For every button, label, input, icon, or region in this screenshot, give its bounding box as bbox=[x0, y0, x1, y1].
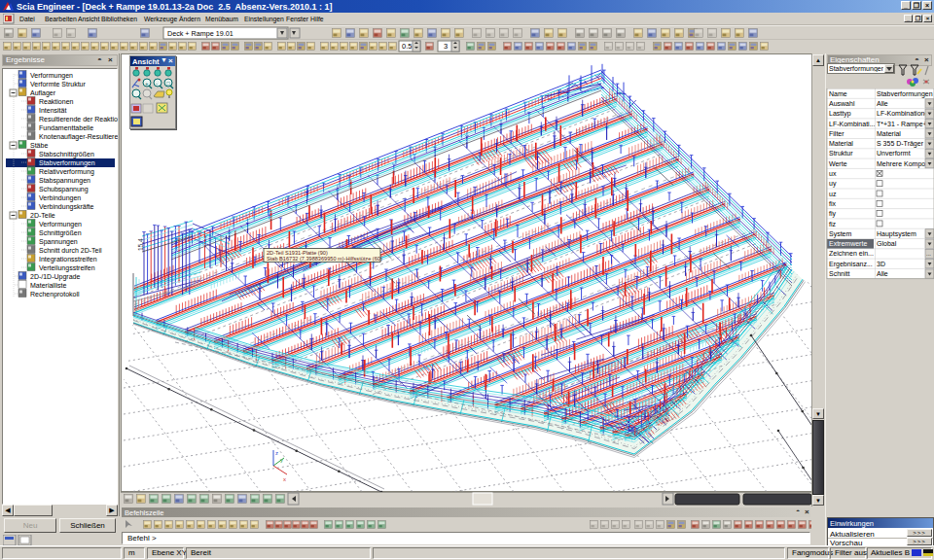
svg-text:x: x bbox=[283, 476, 286, 482]
svg-text:Struktur: Struktur bbox=[829, 150, 853, 157]
svg-text:Mehrere Kompo: Mehrere Kompo bbox=[877, 160, 925, 168]
svg-text:T*+31 - Rampe+.: T*+31 - Rampe+. bbox=[877, 121, 929, 128]
svg-text:Verbindungen: Verbindungen bbox=[39, 194, 81, 202]
svg-text:Filter: Filter bbox=[829, 130, 844, 137]
svg-text:Zeichnen ein...: Zeichnen ein... bbox=[829, 250, 874, 257]
svg-text:Verteilungsstreifen: Verteilungsstreifen bbox=[39, 264, 95, 272]
svg-text:Integrationsstreifen: Integrationsstreifen bbox=[39, 256, 97, 263]
svg-text:Schnitt durch 2D-Teil: Schnitt durch 2D-Teil bbox=[39, 247, 102, 254]
svg-text:+: + bbox=[145, 81, 149, 87]
svg-text:□: □ bbox=[166, 81, 170, 87]
svg-text:Reaktionen: Reaktionen bbox=[39, 98, 74, 105]
svg-text:LF-Kombinati...: LF-Kombinati... bbox=[829, 121, 876, 127]
svg-text:z: z bbox=[275, 450, 278, 456]
svg-text:uz: uz bbox=[829, 191, 837, 197]
svg-text:Schnittgrößen: Schnittgrößen bbox=[39, 229, 82, 237]
svg-text:Fundamenttabelle: Fundamenttabelle bbox=[39, 124, 93, 131]
svg-text:Stäbe: Stäbe bbox=[30, 142, 48, 149]
svg-text:...: ... bbox=[926, 251, 931, 257]
svg-text:Stabspannungen: Stabspannungen bbox=[39, 177, 90, 185]
svg-text:Auswahl: Auswahl bbox=[829, 100, 855, 107]
svg-text:S 355 D-Träger: S 355 D-Träger bbox=[877, 140, 924, 148]
svg-text:Rechenprotokoll: Rechenprotokoll bbox=[30, 291, 80, 298]
svg-text:Alle: Alle bbox=[877, 270, 888, 277]
svg-text:3D: 3D bbox=[877, 261, 885, 267]
svg-text:Unverformt: Unverformt bbox=[877, 150, 911, 157]
svg-text:fix: fix bbox=[829, 200, 837, 207]
svg-text:Material: Material bbox=[877, 130, 901, 137]
svg-text:LF-Kombinatione: LF-Kombinatione bbox=[877, 110, 928, 117]
svg-text:2D-Teile: 2D-Teile bbox=[30, 212, 55, 219]
svg-text:Name: Name bbox=[829, 90, 847, 97]
svg-text:Alle: Alle bbox=[877, 100, 888, 107]
svg-text:Schnitt: Schnitt bbox=[829, 270, 849, 277]
svg-text:Relativverformung: Relativverformung bbox=[39, 168, 94, 176]
svg-text:Hauptsystem: Hauptsystem bbox=[877, 230, 916, 238]
svg-text:Stabverformungen: Stabverformungen bbox=[39, 159, 95, 167]
svg-text:15,4: 15,4 bbox=[137, 238, 144, 251]
svg-text:Resultierende der Reaktione: Resultierende der Reaktione bbox=[39, 116, 118, 122]
svg-text:Material: Material bbox=[829, 140, 853, 147]
svg-text:uy: uy bbox=[829, 180, 837, 188]
svg-text:Stabverformungen: Stabverformungen bbox=[877, 90, 933, 98]
svg-text:Verformte Struktur: Verformte Struktur bbox=[30, 81, 86, 88]
svg-text:Intensität: Intensität bbox=[39, 107, 66, 114]
svg-text:Verformungen: Verformungen bbox=[30, 72, 73, 80]
svg-text:2D-/1D-Upgrade: 2D-/1D-Upgrade bbox=[30, 273, 80, 281]
svg-text:Verformungen: Verformungen bbox=[39, 221, 82, 228]
svg-text:Werte: Werte bbox=[829, 160, 847, 167]
svg-text:Ergebnisanz...: Ergebnisanz... bbox=[829, 261, 873, 268]
svg-text:Deck + Rampe 19.01: Deck + Rampe 19.01 bbox=[167, 29, 234, 38]
svg-text:Spannungen: Spannungen bbox=[39, 238, 78, 246]
svg-text:Knotenauflager-Resultierenc: Knotenauflager-Resultierenc bbox=[39, 133, 118, 141]
svg-text:y: y bbox=[280, 457, 283, 463]
svg-text:System: System bbox=[829, 230, 852, 238]
svg-text:Schubspannung: Schubspannung bbox=[39, 186, 89, 193]
svg-text:Stab B16732 (7,3988369950 m)-H: Stab B16732 (7,3988369950 m)-Hilfsstütze… bbox=[267, 256, 382, 262]
svg-text:0.5: 0.5 bbox=[402, 42, 412, 51]
svg-text:Global: Global bbox=[877, 240, 897, 247]
svg-text:Stabschnittgrößen: Stabschnittgrößen bbox=[39, 151, 94, 158]
svg-text:Materialliste: Materialliste bbox=[30, 282, 66, 289]
svg-text:Extremwerte: Extremwerte bbox=[829, 240, 867, 247]
svg-text:-: - bbox=[156, 81, 158, 87]
svg-text:fiz: fiz bbox=[829, 221, 837, 228]
svg-text:Lasttyp: Lasttyp bbox=[829, 110, 851, 118]
svg-text:ux: ux bbox=[829, 170, 837, 177]
svg-text:3: 3 bbox=[444, 42, 448, 51]
svg-text:Verbindungskräfte: Verbindungskräfte bbox=[39, 203, 94, 211]
svg-text:fiy: fiy bbox=[829, 210, 837, 218]
svg-text:Auflager: Auflager bbox=[30, 89, 56, 97]
